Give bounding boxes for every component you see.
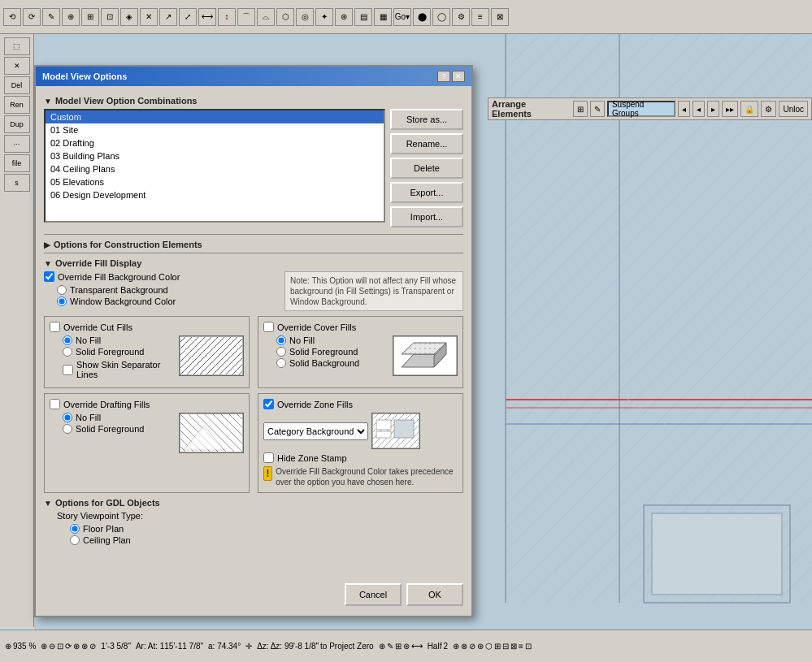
toolbar-icon-20[interactable]: ▦	[374, 8, 392, 26]
cancel-button[interactable]: Cancel	[345, 583, 402, 606]
combo-item-6[interactable]: 06 Design Development	[46, 188, 384, 201]
toolbar-icon-14[interactable]: ⌓	[257, 8, 275, 26]
ceiling-plan-radio[interactable]	[70, 535, 80, 545]
combo-item-4[interactable]: 04 Ceiling Plans	[46, 162, 384, 175]
bottom-icon-3[interactable]: ⊘	[469, 642, 475, 651]
toolbar-icon-21[interactable]: Go▾	[393, 8, 411, 26]
arrange-nav-prev2[interactable]: ◂	[693, 101, 705, 117]
toolbar-icon-18[interactable]: ⊛	[335, 8, 353, 26]
toolbar-icon-2[interactable]: ⟳	[23, 8, 41, 26]
cut-solid-fg-radio[interactable]	[63, 347, 72, 357]
toolbar-icon-25[interactable]: ≡	[471, 8, 489, 26]
left-panel-btn-6[interactable]: ···	[4, 135, 30, 153]
cover-no-fill-radio[interactable]	[276, 335, 286, 345]
tool-icon-5[interactable]: ⟷	[411, 642, 423, 651]
bottom-icon-4[interactable]: ⊛	[477, 642, 484, 651]
construction-section-header[interactable]: ▶ Options for Construction Elements	[44, 240, 463, 249]
cover-solid-bg-radio[interactable]	[276, 358, 286, 368]
window-bg-radio[interactable]	[57, 296, 67, 306]
combinations-list[interactable]: Custom 01 Site 02 Drafting 03 Building P…	[44, 109, 385, 223]
zone-dropdown[interactable]: Category Background No Fill Solid Foregr…	[263, 422, 368, 440]
gdl-section-header[interactable]: ▼ Options for GDL Objects	[44, 498, 463, 508]
hide-zone-stamp-checkbox[interactable]	[263, 452, 274, 463]
floor-plan-radio[interactable]	[70, 524, 80, 534]
toolbar-icon-10[interactable]: ⤢	[179, 8, 197, 26]
help-button[interactable]: ?	[437, 71, 450, 82]
toolbar-icon-22[interactable]: ⬤	[413, 8, 431, 26]
toolbar-icon-11[interactable]: ⟷	[198, 8, 216, 26]
nav-icon-2[interactable]: ⊖	[49, 642, 55, 651]
tool-icon-4[interactable]: ⊛	[403, 642, 410, 651]
unlock-btn[interactable]: Unloc	[779, 101, 808, 117]
bottom-icon-2[interactable]: ⊗	[461, 642, 467, 651]
arrange-lock-btn[interactable]: 🔒	[740, 101, 758, 117]
override-fill-section-header[interactable]: ▼ Override Fill Display	[44, 258, 463, 268]
toolbar-icon-23[interactable]: ◯	[432, 8, 450, 26]
drafting-no-fill-radio[interactable]	[63, 413, 72, 422]
left-panel-btn-3[interactable]: Del	[4, 76, 30, 94]
drafting-solid-fg-radio[interactable]	[63, 424, 72, 434]
bottom-icon-6[interactable]: ⊞	[494, 642, 501, 651]
nav-icon-1[interactable]: ⊕	[41, 642, 47, 651]
suspend-groups-btn[interactable]: Suspend Groups	[607, 101, 675, 117]
arrange-more-btn[interactable]: ⚙	[761, 101, 776, 117]
combo-item-1[interactable]: 01 Site	[46, 123, 384, 136]
tool-icon-2[interactable]: ✎	[387, 642, 393, 651]
zone-fills-checkbox[interactable]	[263, 399, 274, 409]
combo-item-3[interactable]: 03 Building Plans	[46, 149, 384, 162]
tool-icon-1[interactable]: ⊕	[379, 642, 385, 651]
export-button[interactable]: Export...	[390, 182, 463, 203]
delete-button[interactable]: Delete	[390, 158, 463, 179]
close-button[interactable]: ✕	[452, 71, 465, 82]
show-skin-checkbox[interactable]	[63, 365, 73, 375]
nav-icon-6[interactable]: ⊗	[81, 642, 88, 651]
arrange-nav-next2[interactable]: ▸▸	[722, 101, 738, 117]
toolbar-icon-19[interactable]: ▤	[354, 8, 372, 26]
left-panel-btn-2[interactable]: ✕	[4, 57, 30, 75]
tool-icon-3[interactable]: ⊞	[395, 642, 402, 651]
cover-fills-checkbox[interactable]	[263, 322, 274, 332]
nav-icon-7[interactable]: ⊘	[89, 642, 96, 651]
left-panel-btn-4[interactable]: Ren	[4, 96, 30, 114]
toolbar-icon-15[interactable]: ⬡	[276, 8, 294, 26]
toolbar-icon-8[interactable]: ✕	[140, 8, 158, 26]
toolbar-icon-3[interactable]: ✎	[42, 8, 60, 26]
bottom-icon-1[interactable]: ⊕	[453, 642, 459, 651]
combo-item-custom[interactable]: Custom	[46, 110, 384, 123]
cut-no-fill-radio[interactable]	[63, 335, 72, 345]
left-panel-btn-5[interactable]: Dup	[4, 115, 30, 133]
toolbar-icon-16[interactable]: ◎	[296, 8, 314, 26]
arrange-group-btn[interactable]: ⊞	[573, 101, 588, 117]
toolbar-icon-17[interactable]: ✦	[315, 8, 333, 26]
ok-button[interactable]: OK	[406, 583, 463, 606]
bottom-icon-9[interactable]: ≡	[519, 642, 523, 651]
nav-icon-3[interactable]: ⊡	[57, 642, 63, 651]
toolbar-icon-5[interactable]: ⊞	[81, 8, 99, 26]
bottom-icon-10[interactable]: ⊡	[525, 642, 532, 651]
import-button[interactable]: Import...	[390, 206, 463, 227]
override-fill-bg-checkbox[interactable]	[44, 271, 54, 282]
toolbar-icon-6[interactable]: ⊡	[101, 8, 119, 26]
combinations-section-header[interactable]: ▼ Model View Option Combinations	[44, 96, 463, 106]
toolbar-icon-7[interactable]: ◈	[120, 8, 138, 26]
toolbar-icon-4[interactable]: ⊕	[62, 8, 80, 26]
combo-item-5[interactable]: 05 Elevations	[46, 175, 384, 188]
arrange-nav-prev[interactable]: ◂	[678, 101, 690, 117]
toolbar-icon-26[interactable]: ⊠	[491, 8, 509, 26]
bottom-icon-5[interactable]: ⬡	[485, 642, 493, 651]
nav-icon-4[interactable]: ⟳	[65, 642, 72, 651]
cut-fills-checkbox[interactable]	[50, 322, 60, 332]
transparent-bg-radio[interactable]	[57, 285, 67, 295]
drafting-fills-checkbox[interactable]	[50, 399, 60, 409]
arrange-edit-btn[interactable]: ✎	[590, 101, 605, 117]
cover-solid-fg-radio[interactable]	[276, 347, 286, 357]
left-panel-btn-1[interactable]: ⬚	[4, 37, 30, 55]
arrange-nav-next[interactable]: ▸	[707, 101, 719, 117]
left-panel-btn-7[interactable]: file	[4, 154, 30, 172]
toolbar-icon-12[interactable]: ↕	[218, 8, 236, 26]
combo-item-2[interactable]: 02 Drafting	[46, 136, 384, 149]
toolbar-icon-24[interactable]: ⚙	[452, 8, 470, 26]
toolbar-icon-1[interactable]: ⟲	[3, 8, 21, 26]
toolbar-icon-13[interactable]: ⌒	[237, 8, 255, 26]
store-as-button[interactable]: Store as...	[390, 109, 463, 130]
